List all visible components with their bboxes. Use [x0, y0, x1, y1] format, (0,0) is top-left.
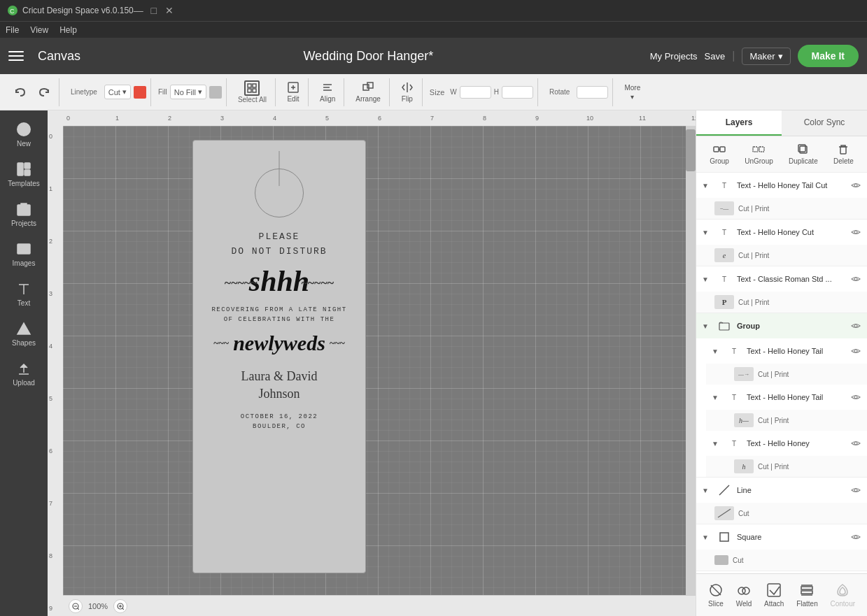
my-projects-button[interactable]: My Projects	[650, 51, 698, 62]
redo-button[interactable]	[34, 85, 55, 100]
sidebar-item-text[interactable]: Text	[3, 275, 45, 313]
eye-icon[interactable]	[850, 438, 861, 449]
align-button[interactable]: Align	[316, 80, 339, 104]
contour-icon	[835, 582, 850, 598]
sidebar-item-upload[interactable]: Upload	[3, 355, 45, 392]
svg-text:8: 8	[483, 115, 486, 122]
sidebar-item-images[interactable]: Images	[3, 236, 45, 273]
more-button[interactable]: More ▾	[620, 83, 644, 102]
eye-icon[interactable]	[850, 531, 861, 543]
weld-button[interactable]: Weld	[731, 580, 758, 610]
menu-help[interactable]: Help	[59, 25, 77, 35]
text-type-icon: T	[716, 271, 733, 287]
maker-dropdown-button[interactable]: Maker ▾	[742, 48, 790, 65]
rotate-input[interactable]	[577, 86, 608, 99]
fill-color-swatch[interactable]	[209, 86, 222, 99]
sidebar-item-projects[interactable]: Projects	[3, 196, 45, 233]
width-input[interactable]	[460, 86, 491, 99]
eye-icon[interactable]	[850, 273, 861, 285]
layer-group-line: ▼ Line	[696, 478, 867, 524]
menu-view[interactable]: View	[30, 25, 48, 35]
arrange-button[interactable]: Arrange	[351, 80, 385, 104]
layer-expand-icon[interactable]: ▼	[702, 229, 712, 236]
svg-line-58	[122, 608, 124, 610]
save-button[interactable]: Save	[705, 51, 726, 62]
weld-label: Weld	[736, 600, 752, 608]
fill-dropdown[interactable]: No Fill ▾	[170, 85, 206, 99]
edit-button[interactable]: Edit	[283, 80, 304, 104]
make-it-button[interactable]: Make It	[798, 45, 859, 67]
layer-expand-icon[interactable]: ▼	[702, 322, 712, 330]
duplicate-button[interactable]: Duplicate	[784, 141, 822, 168]
delete-button[interactable]: Delete	[829, 141, 858, 168]
layer-expand-icon[interactable]: ▼	[702, 533, 712, 541]
sidebar-item-templates[interactable]: Templates	[3, 156, 45, 193]
layer-group-header[interactable]: ▼ Group	[696, 313, 867, 338]
layer-expand-icon[interactable]: ▼	[702, 275, 712, 283]
eye-icon[interactable]	[850, 227, 861, 238]
ruler-corner	[48, 110, 63, 126]
eye-icon[interactable]	[850, 320, 861, 331]
tab-color-sync[interactable]: Color Sync	[782, 110, 867, 136]
layer-sub-group-tail1: ▼ T Text - Hello Honey Tail —→ Cut | Pri	[696, 338, 867, 385]
maximize-button[interactable]: □	[149, 6, 159, 15]
tab-layers[interactable]: Layers	[696, 110, 782, 136]
layer-sub-text-honey-tail2[interactable]: ▼ T Text - Hello Honey Tail	[706, 385, 867, 410]
ungroup-button[interactable]: UnGroup	[740, 141, 777, 168]
height-input[interactable]	[502, 86, 533, 99]
eye-icon[interactable]	[850, 180, 861, 191]
layer-indent-line: Cut	[696, 503, 867, 524]
layer-expand-icon[interactable]: ▼	[712, 348, 721, 355]
flip-section: Flip	[393, 78, 423, 106]
hamburger-menu-button[interactable]	[8, 45, 29, 66]
linetype-dropdown[interactable]: Cut ▾	[104, 85, 131, 99]
zoom-in-button[interactable]	[113, 599, 127, 613]
minimize-button[interactable]: ―	[134, 6, 143, 15]
layer-text-honey-cut[interactable]: ▼ T Text - Hello Honey Cut	[696, 220, 867, 245]
eye-icon[interactable]	[850, 345, 861, 357]
svg-text:11: 11	[639, 115, 646, 122]
canvas-scrollbar-thumb[interactable]	[686, 129, 696, 171]
layer-name-line: Line	[737, 486, 846, 494]
flip-label: Flip	[402, 95, 413, 103]
canvas-grid[interactable]: PLEASE DO NOT DISTURB shhh RECOVERING FR…	[63, 126, 696, 595]
attach-button[interactable]: Attach	[759, 580, 789, 610]
layer-expand-icon[interactable]: ▼	[712, 440, 721, 447]
group-button[interactable]: Group	[705, 141, 733, 168]
canvas-vertical-scrollbar[interactable]	[686, 126, 696, 595]
zoom-out-button[interactable]	[69, 599, 83, 613]
slice-button[interactable]: Slice	[703, 580, 729, 610]
svg-rect-12	[363, 85, 369, 90]
chevron-down-icon: ▾	[198, 87, 202, 96]
sidebar-item-shapes[interactable]: Shapes	[3, 315, 45, 352]
contour-button[interactable]: Contour	[824, 580, 861, 610]
layer-sub-text-honey-tail1[interactable]: ▼ T Text - Hello Honey Tail	[706, 338, 867, 364]
layer-square[interactable]: ▼ Square	[696, 524, 867, 550]
layer-sub-text-hello-honey[interactable]: ▼ T Text - Hello Honey	[706, 431, 867, 456]
sidebar-item-new[interactable]: New	[3, 116, 45, 153]
zoom-level: 100%	[88, 602, 108, 610]
layer-preview-icon: h—	[734, 413, 754, 427]
flip-button[interactable]: Flip	[397, 80, 418, 104]
layer-text-honey-tail-cut[interactable]: ▼ T Text - Hello Honey Tail Cut	[696, 173, 867, 198]
layer-expand-icon[interactable]: ▼	[702, 182, 712, 189]
layer-line[interactable]: ▼ Line	[696, 478, 867, 503]
layer-expand-icon[interactable]: ▼	[702, 487, 712, 494]
undo-button[interactable]	[10, 85, 31, 100]
svg-point-71	[854, 324, 857, 327]
svg-rect-59	[714, 147, 719, 152]
text-type-icon: T	[726, 343, 742, 359]
linetype-color-swatch[interactable]	[134, 86, 146, 99]
align-icon	[321, 81, 334, 94]
flatten-button[interactable]: Flatten	[791, 580, 824, 610]
eye-icon[interactable]	[850, 485, 861, 496]
eye-icon[interactable]	[850, 392, 861, 403]
layer-indent-sub-tail2: h— Cut | Print	[706, 410, 867, 431]
layer-classic-roman[interactable]: ▼ T Text - Classic Roman Std ...	[696, 266, 867, 292]
templates-icon	[16, 162, 31, 177]
svg-text:7: 7	[430, 115, 434, 122]
close-button[interactable]: ✕	[164, 6, 174, 15]
menu-file[interactable]: File	[6, 25, 19, 35]
layer-expand-icon[interactable]: ▼	[712, 394, 721, 401]
select-all-button[interactable]: Select All	[234, 79, 271, 105]
